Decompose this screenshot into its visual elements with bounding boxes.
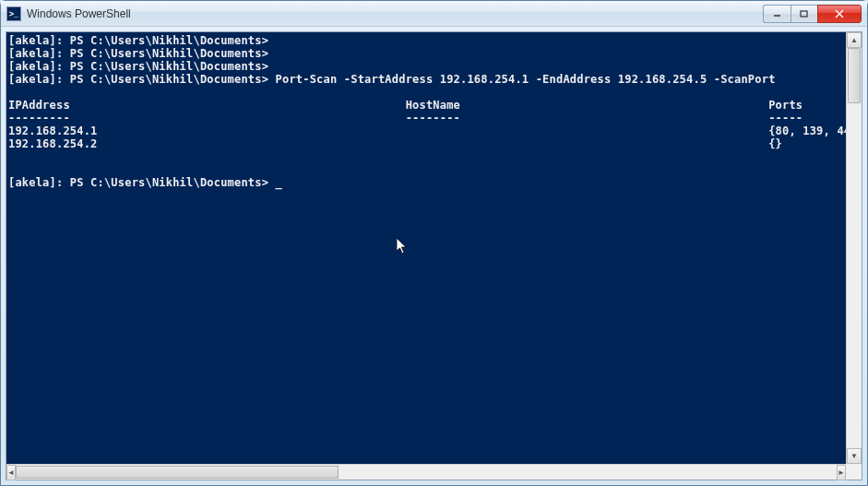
scroll-down-button[interactable]: ▼ — [847, 448, 862, 464]
scrollbar-corner — [846, 464, 862, 480]
minimize-button[interactable] — [763, 5, 791, 23]
close-button[interactable] — [817, 5, 862, 23]
vertical-scrollbar[interactable]: ▲ ▼ — [846, 32, 862, 464]
scroll-up-button[interactable]: ▲ — [847, 32, 862, 48]
vertical-scroll-thumb[interactable] — [848, 48, 861, 103]
scroll-right-button[interactable]: ► — [837, 465, 846, 480]
powershell-window: >_ Windows PowerShell [akela]: PS C:\Use… — [0, 0, 868, 486]
powershell-icon: >_ — [6, 6, 21, 21]
window-controls — [763, 5, 862, 23]
terminal-output[interactable]: [akela]: PS C:\Users\Nikhil\Documents> [… — [6, 32, 862, 480]
maximize-button[interactable] — [791, 5, 818, 23]
console-frame: [akela]: PS C:\Users\Nikhil\Documents> [… — [6, 31, 862, 480]
window-title: Windows PowerShell — [27, 7, 763, 20]
horizontal-scroll-thumb[interactable] — [16, 466, 339, 479]
titlebar[interactable]: >_ Windows PowerShell — [1, 1, 867, 27]
vertical-scroll-track[interactable] — [847, 48, 862, 448]
scroll-left-button[interactable]: ◄ — [6, 465, 16, 480]
svg-rect-1 — [801, 11, 807, 17]
horizontal-scrollbar[interactable]: ◄ ► — [6, 464, 846, 480]
horizontal-scroll-track[interactable] — [16, 465, 837, 480]
